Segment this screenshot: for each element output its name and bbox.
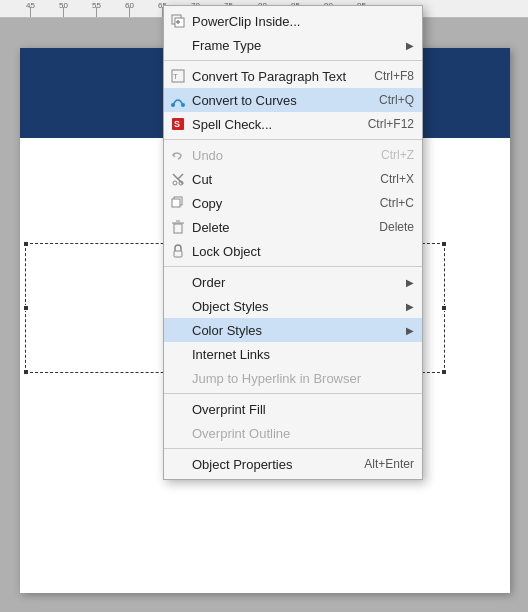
menu-label-delete: Delete [192, 220, 359, 235]
menu-icon-lock-object [168, 241, 188, 261]
menu-icon-color-styles [168, 320, 188, 340]
menu-item-object-properties[interactable]: Object PropertiesAlt+Enter [164, 452, 422, 476]
menu-label-undo: Undo [192, 148, 361, 163]
menu-icon-undo [168, 145, 188, 165]
svg-text:T: T [173, 72, 178, 81]
menu-shortcut-cut: Ctrl+X [360, 172, 414, 186]
menu-item-copy[interactable]: CopyCtrl+C [164, 191, 422, 215]
menu-separator [164, 60, 422, 61]
submenu-arrow-object-styles: ▶ [406, 301, 414, 312]
menu-item-order[interactable]: Order▶ [164, 270, 422, 294]
menu-label-copy: Copy [192, 196, 360, 211]
menu-label-color-styles: Color Styles [192, 323, 406, 338]
menu-icon-delete [168, 217, 188, 237]
menu-icon-object-properties [168, 454, 188, 474]
menu-label-frame-type: Frame Type [192, 38, 406, 53]
menu-label-powerclip-inside: PowerClip Inside... [192, 14, 414, 29]
svg-line-9 [178, 174, 183, 179]
menu-separator [164, 393, 422, 394]
menu-separator [164, 266, 422, 267]
menu-label-spell-check: Spell Check... [192, 117, 348, 132]
ruler-label: 55 [92, 1, 101, 10]
submenu-arrow-order: ▶ [406, 277, 414, 288]
menu-shortcut-convert-curves: Ctrl+Q [359, 93, 414, 107]
menu-icon-overprint-outline [168, 423, 188, 443]
menu-item-overprint-outline: Overprint Outline [164, 421, 422, 445]
menu-icon-jump-hyperlink [168, 368, 188, 388]
menu-separator [164, 448, 422, 449]
menu-item-powerclip-inside[interactable]: PowerClip Inside... [164, 9, 422, 33]
menu-shortcut-delete: Delete [359, 220, 414, 234]
menu-item-frame-type[interactable]: Frame Type▶ [164, 33, 422, 57]
menu-icon-powerclip-inside [168, 11, 188, 31]
svg-rect-14 [174, 224, 182, 233]
menu-shortcut-object-properties: Alt+Enter [344, 457, 414, 471]
submenu-arrow-color-styles: ▶ [406, 325, 414, 336]
svg-text:S: S [174, 119, 180, 129]
submenu-arrow-frame-type: ▶ [406, 40, 414, 51]
menu-label-order: Order [192, 275, 406, 290]
menu-icon-overprint-fill [168, 399, 188, 419]
selection-handle-ml [23, 305, 29, 311]
menu-shortcut-convert-paragraph: Ctrl+F8 [354, 69, 414, 83]
selection-handle-br [441, 369, 447, 375]
menu-icon-copy [168, 193, 188, 213]
menu-label-jump-hyperlink: Jump to Hyperlink in Browser [192, 371, 414, 386]
menu-item-object-styles[interactable]: Object Styles▶ [164, 294, 422, 318]
menu-item-overprint-fill[interactable]: Overprint Fill [164, 397, 422, 421]
menu-item-convert-paragraph[interactable]: TConvert To Paragraph TextCtrl+F8 [164, 64, 422, 88]
svg-point-5 [181, 103, 185, 107]
menu-icon-internet-links [168, 344, 188, 364]
description-line [30, 140, 150, 160]
ruler-label: 45 [26, 1, 35, 10]
svg-point-10 [173, 181, 177, 185]
menu-shortcut-undo: Ctrl+Z [361, 148, 414, 162]
menu-label-internet-links: Internet Links [192, 347, 414, 362]
menu-shortcut-copy: Ctrl+C [360, 196, 414, 210]
menu-item-spell-check[interactable]: SSpell Check...Ctrl+F12 [164, 112, 422, 136]
menu-item-convert-curves[interactable]: Convert to CurvesCtrl+Q [164, 88, 422, 112]
menu-item-undo: UndoCtrl+Z [164, 143, 422, 167]
menu-item-jump-hyperlink: Jump to Hyperlink in Browser [164, 366, 422, 390]
menu-label-cut: Cut [192, 172, 360, 187]
menu-icon-object-styles [168, 296, 188, 316]
menu-item-delete[interactable]: DeleteDelete [164, 215, 422, 239]
ruler-label: 60 [125, 1, 134, 10]
menu-label-overprint-fill: Overprint Fill [192, 402, 414, 417]
menu-item-internet-links[interactable]: Internet Links [164, 342, 422, 366]
menu-label-object-styles: Object Styles [192, 299, 406, 314]
menu-icon-frame-type [168, 35, 188, 55]
menu-shortcut-spell-check: Ctrl+F12 [348, 117, 414, 131]
menu-icon-cut [168, 169, 188, 189]
selection-handle-tl [23, 241, 29, 247]
menu-label-object-properties: Object Properties [192, 457, 344, 472]
menu-icon-convert-curves [168, 90, 188, 110]
menu-separator [164, 139, 422, 140]
selection-handle-tr [441, 241, 447, 247]
menu-label-lock-object: Lock Object [192, 244, 414, 259]
svg-point-4 [171, 103, 175, 107]
selection-handle-mr [441, 305, 447, 311]
menu-item-color-styles[interactable]: Color Styles▶ [164, 318, 422, 342]
menu-icon-order [168, 272, 188, 292]
ruler-label: 50 [59, 1, 68, 10]
menu-label-overprint-outline: Overprint Outline [192, 426, 414, 441]
menu-icon-convert-paragraph: T [168, 66, 188, 86]
context-menu: PowerClip Inside...Frame Type▶TConvert T… [163, 5, 423, 480]
svg-rect-13 [172, 199, 180, 207]
menu-item-lock-object[interactable]: Lock Object [164, 239, 422, 263]
menu-label-convert-paragraph: Convert To Paragraph Text [192, 69, 354, 84]
selection-handle-bl [23, 369, 29, 375]
menu-label-convert-curves: Convert to Curves [192, 93, 359, 108]
svg-rect-17 [174, 251, 182, 257]
menu-icon-spell-check: S [168, 114, 188, 134]
menu-item-cut[interactable]: CutCtrl+X [164, 167, 422, 191]
